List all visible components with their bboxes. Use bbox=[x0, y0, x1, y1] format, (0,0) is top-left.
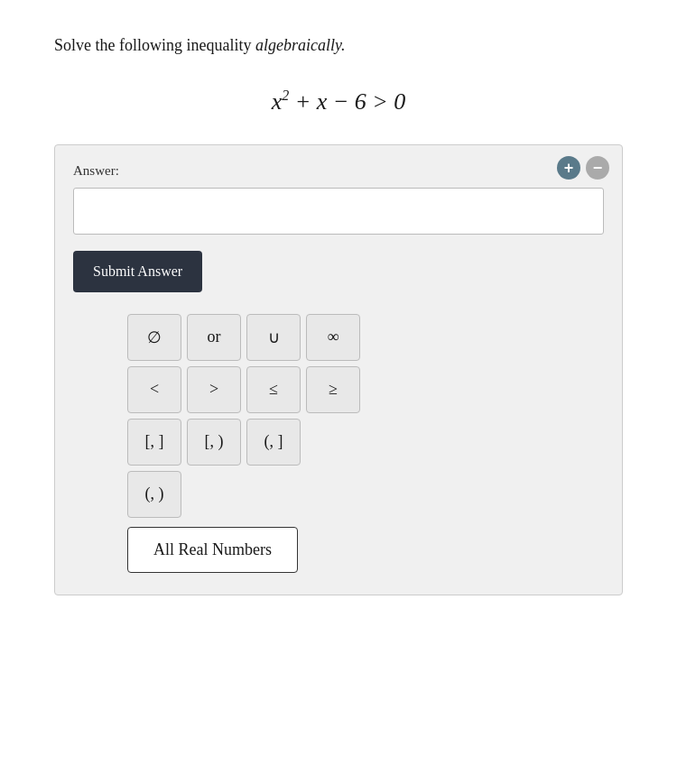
equation-display: x2 + x − 6 > 0 bbox=[272, 88, 406, 115]
symbol-row-all-real: All Real Numbers bbox=[127, 523, 604, 573]
all-real-numbers-button[interactable]: All Real Numbers bbox=[127, 527, 298, 573]
submit-button[interactable]: Submit Answer bbox=[73, 251, 202, 292]
page-container: Solve the following inequality algebraic… bbox=[0, 0, 677, 784]
symbol-union[interactable]: ∪ bbox=[246, 314, 301, 361]
symbol-phi[interactable]: ∅ bbox=[127, 314, 181, 361]
remove-row-button[interactable]: − bbox=[586, 156, 609, 180]
symbol-grid: ∅ or ∪ ∞ < > ≤ ≥ [, ] [, ) (, ] (, ) bbox=[127, 314, 604, 573]
symbol-less-than[interactable]: < bbox=[127, 366, 181, 413]
problem-statement: Solve the following inequality algebraic… bbox=[54, 36, 623, 55]
answer-label: Answer: bbox=[73, 163, 604, 179]
panel-controls: + − bbox=[557, 156, 609, 180]
symbol-row-2: < > ≤ ≥ bbox=[127, 366, 604, 413]
answer-input[interactable] bbox=[73, 188, 604, 235]
add-row-button[interactable]: + bbox=[557, 156, 580, 180]
symbol-bracket-half-open-right[interactable]: [, ) bbox=[187, 419, 241, 466]
symbol-row-4: (, ) bbox=[127, 471, 604, 518]
symbol-row-1: ∅ or ∪ ∞ bbox=[127, 314, 604, 361]
symbol-bracket-open[interactable]: (, ) bbox=[127, 471, 181, 518]
equation-container: x2 + x − 6 > 0 bbox=[54, 88, 623, 115]
answer-panel: + − Answer: Submit Answer ∅ or ∪ ∞ < > ≤… bbox=[54, 144, 623, 595]
problem-statement-text: Solve the following inequality bbox=[54, 36, 255, 54]
symbol-or[interactable]: or bbox=[187, 314, 241, 361]
problem-statement-italic: algebraically. bbox=[255, 36, 345, 54]
symbol-greater-than[interactable]: > bbox=[187, 366, 241, 413]
symbol-infinity[interactable]: ∞ bbox=[306, 314, 360, 361]
symbol-bracket-closed[interactable]: [, ] bbox=[127, 419, 181, 466]
symbol-row-3: [, ] [, ) (, ] bbox=[127, 419, 604, 466]
symbol-bracket-half-open-left[interactable]: (, ] bbox=[246, 419, 301, 466]
symbol-greater-than-equal[interactable]: ≥ bbox=[306, 366, 360, 413]
symbol-less-than-equal[interactable]: ≤ bbox=[246, 366, 301, 413]
